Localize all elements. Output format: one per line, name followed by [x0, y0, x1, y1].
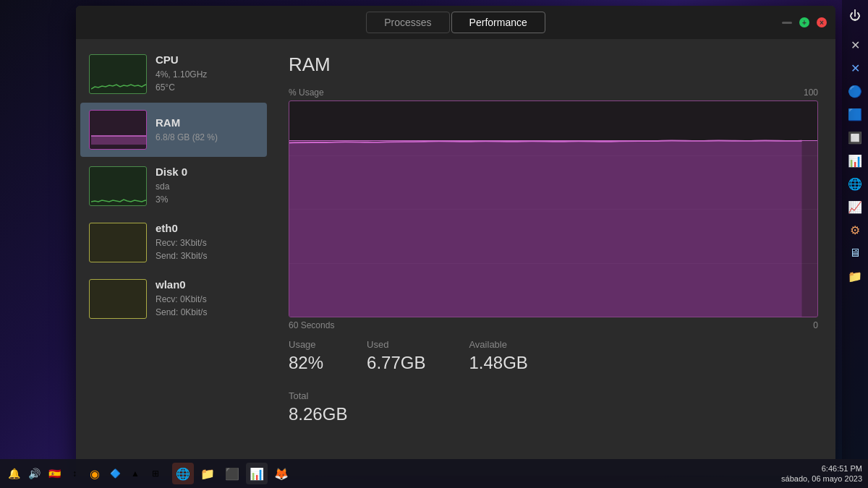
taskbar-chrome-icon[interactable]: ◉	[87, 466, 103, 481]
eth0-detail: Recv: 3Kbit/s Send: 3Kbit/s	[156, 236, 258, 262]
clock-date: sábado, 06 mayo 2023	[781, 474, 862, 484]
chart-labels-top: % Usage 100	[289, 87, 818, 98]
dock-icon-3[interactable]: 🔵	[845, 81, 865, 101]
sidebar: CPU 4%, 1.10GHz 65°C	[76, 39, 271, 476]
taskbar-notifications-icon[interactable]: 🔔	[6, 466, 22, 481]
dock-icon-11[interactable]: 📁	[845, 266, 865, 286]
taskbar-app-monitor[interactable]: 📊	[246, 463, 268, 484]
dock-icon-10[interactable]: 🖥	[845, 243, 865, 263]
ram-info: RAM 6.8/8 GB (82 %)	[156, 116, 258, 144]
sidebar-item-ram[interactable]: RAM 6.8/8 GB (82 %)	[80, 103, 267, 157]
stat-available: Available 1.48GB	[469, 339, 527, 373]
taskbar-app-firefox[interactable]: 🦊	[271, 463, 292, 484]
right-dock: ⏻ ✕ ✕ 🔵 🟦 🔲 📊 🌐 📈 ⚙ 🖥 📁	[842, 0, 868, 459]
disk0-info: Disk 0 sda 3%	[156, 166, 258, 206]
usage-label: Usage	[289, 339, 323, 350]
x-axis-end: 0	[813, 320, 818, 330]
total-label: Total	[289, 390, 818, 401]
tab-container: Processes Performance	[366, 12, 545, 33]
cpu-info: CPU 4%, 1.10GHz 65°C	[156, 53, 258, 94]
taskbar-network-icon[interactable]: ↕	[67, 466, 82, 481]
sidebar-item-eth0[interactable]: eth0 Recv: 3Kbit/s Send: 3Kbit/s	[80, 215, 267, 270]
dock-icon-power[interactable]: ⏻	[845, 6, 865, 26]
sidebar-item-disk0[interactable]: Disk 0 sda 3%	[80, 158, 267, 213]
window-content: CPU 4%, 1.10GHz 65°C	[76, 39, 835, 476]
y-axis-label: % Usage	[289, 87, 324, 98]
clock: 6:46:51 PM sábado, 06 mayo 2023	[781, 463, 862, 484]
system-monitor-window: Processes Performance + ×	[76, 6, 835, 476]
eth0-label: eth0	[156, 222, 258, 234]
dock-icon-4[interactable]: 🟦	[845, 104, 865, 124]
stat-total: Total 8.26GB	[289, 388, 818, 424]
sidebar-item-wlan0[interactable]: wlan0 Recv: 0Kbit/s Send: 0Kbit/s	[80, 271, 267, 326]
svg-rect-0	[91, 136, 147, 145]
chart-labels-bottom: 60 Seconds 0	[289, 320, 818, 330]
wlan0-detail: Recv: 0Kbit/s Send: 0Kbit/s	[156, 293, 258, 319]
taskbar-app-terminal[interactable]: ⬛	[221, 463, 243, 484]
available-value: 1.48GB	[469, 353, 527, 373]
disk0-label: Disk 0	[156, 166, 258, 178]
dock-icon-9[interactable]: ⚙	[845, 220, 865, 240]
taskbar-left: 🔔 🔊 🇪🇸 ↕ ◉ 🔷 ▲ ⊞	[6, 466, 163, 481]
maximize-button[interactable]: +	[799, 17, 809, 27]
wlan0-label: wlan0	[156, 278, 258, 291]
chart-svg	[289, 101, 817, 317]
eth0-thumbnail	[89, 223, 147, 262]
window-controls: + ×	[782, 17, 827, 27]
stat-usage: Usage 82%	[289, 339, 323, 373]
eth0-info: eth0 Recv: 3Kbit/s Send: 3Kbit/s	[156, 222, 258, 262]
taskbar-app-files[interactable]: 📁	[197, 463, 218, 484]
minimize-button[interactable]	[782, 22, 792, 24]
used-value: 6.77GB	[367, 353, 425, 373]
disk-thumbnail	[89, 166, 147, 206]
dock-icon-6[interactable]: 📊	[845, 150, 865, 171]
taskbar-right: 6:46:51 PM sábado, 06 mayo 2023	[781, 463, 862, 484]
chart-area	[289, 100, 818, 317]
disk0-detail: sda 3%	[156, 180, 258, 206]
total-value: 8.26GB	[289, 404, 818, 424]
ram-detail: 6.8/8 GB (82 %)	[156, 131, 258, 144]
taskbar-misc-icon[interactable]: ▲	[127, 466, 143, 481]
clock-time: 6:46:51 PM	[781, 463, 862, 474]
wlan0-thumbnail	[89, 279, 147, 319]
close-button[interactable]: ×	[817, 17, 827, 27]
tab-processes[interactable]: Processes	[366, 12, 449, 33]
chart-container: % Usage 100	[289, 87, 818, 330]
cpu-detail: 4%, 1.10GHz 65°C	[156, 68, 258, 94]
y-axis-max: 100	[804, 87, 818, 98]
sidebar-item-cpu[interactable]: CPU 4%, 1.10GHz 65°C	[80, 46, 267, 101]
ram-thumbnail	[89, 110, 147, 150]
available-label: Available	[469, 339, 527, 350]
cpu-thumbnail	[89, 54, 147, 94]
wlan0-info: wlan0 Recv: 0Kbit/s Send: 0Kbit/s	[156, 278, 258, 319]
taskbar-app-chrome[interactable]: 🌐	[172, 463, 194, 484]
stats-row: Usage 82% Used 6.77GB Available 1.48GB	[289, 339, 818, 373]
taskbar-center: 🌐 📁 ⬛ 📊 🦊	[172, 463, 292, 484]
panel-title: RAM	[289, 53, 818, 76]
cpu-label: CPU	[156, 53, 258, 66]
dock-icon-8[interactable]: 📈	[845, 197, 865, 217]
tab-performance[interactable]: Performance	[451, 12, 545, 33]
taskbar-volume-icon[interactable]: 🔊	[26, 466, 42, 481]
dock-icon-5[interactable]: 🔲	[845, 127, 865, 147]
desktop: ⏻ ✕ ✕ 🔵 🟦 🔲 📊 🌐 📈 ⚙ 🖥 📁 Processes Perfor…	[0, 0, 868, 488]
taskbar-apps-icon[interactable]: ⊞	[148, 466, 163, 481]
used-label: Used	[367, 339, 425, 350]
usage-value: 82%	[289, 353, 323, 373]
dock-icon-7[interactable]: 🌐	[845, 174, 865, 194]
taskbar: 🔔 🔊 🇪🇸 ↕ ◉ 🔷 ▲ ⊞ 🌐 📁 ⬛ 📊 🦊 6:46:51 PM sá…	[0, 459, 868, 488]
main-panel: RAM % Usage 100	[271, 39, 835, 476]
taskbar-flag-icon[interactable]: 🇪🇸	[46, 466, 62, 481]
x-axis-start: 60 Seconds	[289, 320, 334, 330]
dock-icon-2[interactable]: ✕	[845, 58, 865, 78]
titlebar: Processes Performance + ×	[76, 6, 835, 39]
stat-used: Used 6.77GB	[367, 339, 425, 373]
ram-label: RAM	[156, 116, 258, 129]
taskbar-bluetooth-icon[interactable]: 🔷	[107, 466, 123, 481]
dock-icon-1[interactable]: ✕	[845, 35, 865, 55]
